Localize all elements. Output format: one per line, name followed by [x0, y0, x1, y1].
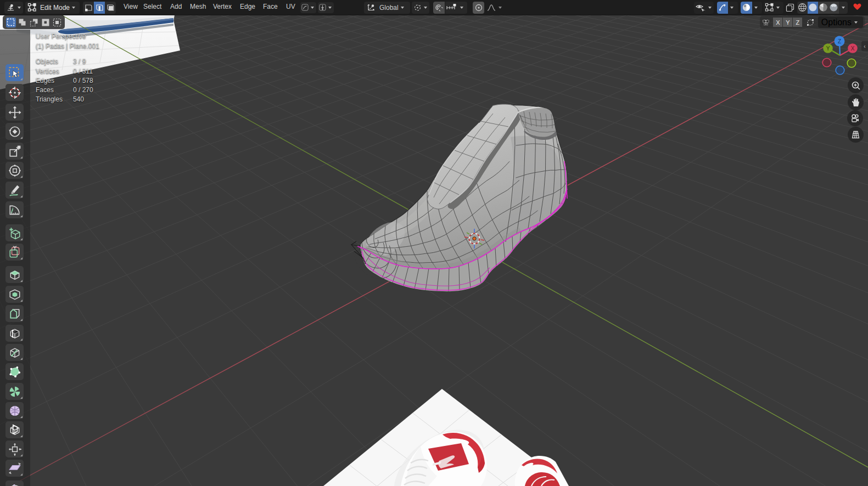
svg-text:Z: Z: [838, 38, 841, 44]
svg-text:X: X: [851, 46, 855, 52]
svg-text:Y: Y: [826, 46, 830, 52]
